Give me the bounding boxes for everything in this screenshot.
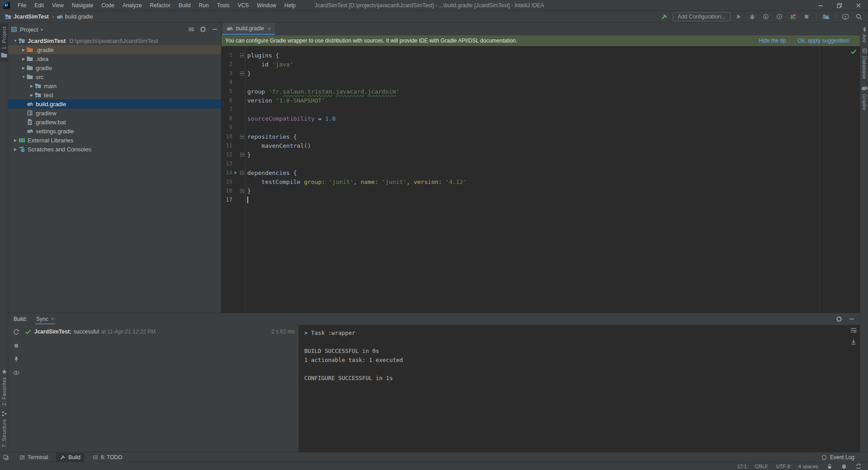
menu-run[interactable]: Run xyxy=(195,0,213,11)
build-settings-icon[interactable] xyxy=(835,315,843,323)
menu-help[interactable]: Help xyxy=(280,0,300,11)
show-details-icon[interactable] xyxy=(13,369,20,376)
chevron-right-icon[interactable]: ▶ xyxy=(29,93,34,97)
run-targets-button[interactable] xyxy=(788,12,798,22)
chevron-right-icon[interactable]: ▶ xyxy=(13,147,18,151)
tool-window-button-build[interactable]: Build xyxy=(56,453,84,462)
tree-item-gradlew[interactable]: gradlew xyxy=(8,108,221,118)
tree-item-test[interactable]: ▶test xyxy=(8,90,221,99)
chevron-right-icon[interactable]: ▶ xyxy=(29,84,34,88)
build-project-button[interactable] xyxy=(659,12,670,22)
sync-tab-close-icon[interactable]: × xyxy=(51,316,54,322)
search-everywhere-button[interactable] xyxy=(854,12,864,22)
line-separator-widget[interactable]: CRLF xyxy=(755,464,768,469)
menu-build[interactable]: Build xyxy=(175,0,195,11)
scroll-to-end-icon[interactable] xyxy=(850,338,857,346)
fold-minus-icon[interactable] xyxy=(240,189,244,193)
stripe-item-ant[interactable]: Ant xyxy=(860,24,868,45)
reimport-gradle-icon[interactable] xyxy=(13,329,20,336)
hide-tip-link[interactable]: Hide the tip xyxy=(759,38,786,44)
chevron-down-icon[interactable]: ▼ xyxy=(13,39,18,43)
maximize-button[interactable] xyxy=(830,0,849,11)
chevron-right-icon[interactable]: ▶ xyxy=(21,66,26,70)
tree-item-jcardsimtest[interactable]: ▼JcardSimTestD:\projects\javacard\JcardS… xyxy=(8,36,221,45)
fold-minus-icon[interactable] xyxy=(240,153,244,157)
debug-button[interactable] xyxy=(747,12,758,22)
project-view-selector[interactable]: Project xyxy=(20,26,38,33)
monitor-play-icon[interactable] xyxy=(840,12,851,22)
chevron-down-icon[interactable]: ▼ xyxy=(21,75,26,79)
menu-code[interactable]: Code xyxy=(97,0,118,11)
tab-sync[interactable]: Sync × xyxy=(35,313,55,325)
menu-edit[interactable]: Edit xyxy=(30,0,48,11)
tree-item-src[interactable]: ▼src xyxy=(8,72,221,81)
tree-item--idea[interactable]: ▶.idea xyxy=(8,54,221,63)
tab-close-icon[interactable]: × xyxy=(268,25,271,32)
tree-item-scratches-and-consoles[interactable]: ▶Scratches and Consoles xyxy=(8,145,221,154)
fold-marker[interactable] xyxy=(239,135,245,139)
stripe-item-1-project[interactable]: 1: Project xyxy=(0,24,8,61)
indent-widget[interactable]: 4 spaces xyxy=(798,464,818,469)
tool-window-button-terminal[interactable]: Terminal xyxy=(15,453,52,462)
event-log-button[interactable]: Event Log xyxy=(821,454,854,461)
tree-item-gradlew-bat[interactable]: gradlew.bat xyxy=(8,118,221,127)
menu-file[interactable]: File xyxy=(14,0,30,11)
encoding-widget[interactable]: UTF-8 xyxy=(776,464,790,469)
chevron-right-icon[interactable]: ▶ xyxy=(21,57,26,61)
tree-item-gradle[interactable]: ▶gradle xyxy=(8,63,221,72)
soft-wrap-icon[interactable] xyxy=(850,327,857,334)
hide-panel-icon[interactable] xyxy=(211,26,218,33)
view-options-icon[interactable] xyxy=(188,26,195,33)
menu-refactor[interactable]: Refactor xyxy=(146,0,175,11)
tree-item-settings-gradle[interactable]: settings.gradle xyxy=(8,127,221,136)
tree-item-main[interactable]: ▶main xyxy=(8,81,221,90)
stop-button[interactable] xyxy=(801,12,812,22)
tab-build-gradle[interactable]: build.gradle × xyxy=(222,23,275,35)
stop-build-icon[interactable] xyxy=(13,342,20,349)
run-line-icon[interactable] xyxy=(232,170,239,175)
menu-window[interactable]: Window xyxy=(253,0,280,11)
project-structure-button[interactable] xyxy=(821,12,831,22)
build-result-row[interactable]: JcardSimTest: successful at 11-Apr-21 12… xyxy=(24,327,295,337)
breadcrumb-file[interactable]: build.gradle xyxy=(65,14,93,20)
update-indicator-icon[interactable] xyxy=(855,463,862,470)
build-console[interactable]: > Task :wrapper BUILD SUCCESSFUL in 0s1 … xyxy=(298,325,860,452)
menu-view[interactable]: View xyxy=(48,0,68,11)
tree-item-build-gradle[interactable]: build.gradle xyxy=(8,99,221,108)
add-configuration-button[interactable]: Add Configuration... xyxy=(673,12,731,21)
project-settings-icon[interactable] xyxy=(199,26,207,33)
hide-tool-windows-icon[interactable] xyxy=(3,454,9,461)
stripe-item-gradle[interactable]: Gradle xyxy=(860,82,868,113)
tree-item-external-libraries[interactable]: ▶External Libraries xyxy=(8,136,221,145)
run-button[interactable] xyxy=(733,12,744,22)
profiler-button[interactable] xyxy=(774,12,785,22)
code-editor[interactable]: 1plugins {2 id 'java'3}45group 'fr.salau… xyxy=(222,46,860,313)
inspections-ok-icon[interactable] xyxy=(850,48,857,55)
menu-analyze[interactable]: Analyze xyxy=(118,0,146,11)
stripe-item-database[interactable]: Database xyxy=(860,45,868,82)
breadcrumb-project[interactable]: JcardSimTest xyxy=(14,14,49,20)
stripe-item-2-favorites[interactable]: 2: Favorites xyxy=(0,366,8,408)
fold-marker[interactable] xyxy=(239,153,245,157)
fold-minus-icon[interactable] xyxy=(240,171,244,175)
fold-minus-icon[interactable] xyxy=(240,53,244,57)
tool-window-button-6-todo[interactable]: 6: TODO xyxy=(89,453,126,462)
minimize-button[interactable] xyxy=(811,0,830,11)
fold-marker[interactable] xyxy=(239,171,245,175)
pin-icon[interactable] xyxy=(13,356,20,363)
coverage-button[interactable] xyxy=(760,12,771,22)
readonly-lock-icon[interactable] xyxy=(826,463,833,470)
apply-suggestion-link[interactable]: Ok, apply suggestion! xyxy=(798,38,850,44)
fold-marker[interactable] xyxy=(239,189,245,193)
chevron-down-icon[interactable]: ▼ xyxy=(40,28,43,32)
menu-navigate[interactable]: Navigate xyxy=(68,0,97,11)
tree-item--gradle[interactable]: ▶.gradle xyxy=(8,45,221,54)
menu-tools[interactable]: Tools xyxy=(213,0,234,11)
chevron-right-icon[interactable]: ▶ xyxy=(13,138,18,142)
stripe-item-7-structure[interactable]: 7: Structure xyxy=(0,408,8,450)
fold-minus-icon[interactable] xyxy=(240,135,244,139)
fold-marker[interactable] xyxy=(239,53,245,57)
fold-minus-icon[interactable] xyxy=(240,71,244,75)
fold-marker[interactable] xyxy=(239,71,245,75)
close-button[interactable] xyxy=(849,0,868,11)
